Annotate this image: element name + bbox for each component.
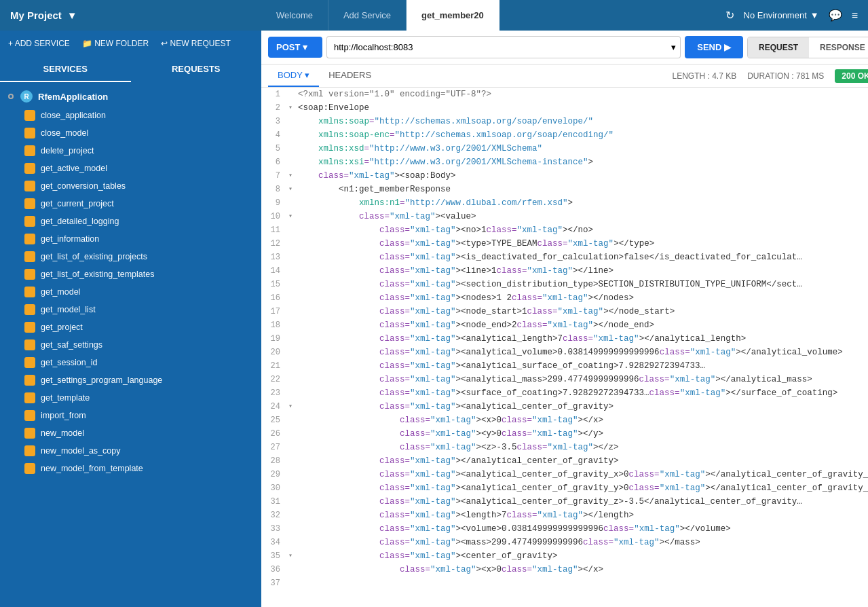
line-number: 2 (261, 101, 288, 115)
fold-button[interactable]: ▾ (288, 169, 298, 183)
sidebar-item[interactable]: get_settings_program_language (0, 371, 261, 389)
method-button[interactable]: POST ▾ (268, 37, 322, 58)
top-bar: My Project ▼ Welcome Add Service get_mem… (0, 0, 868, 31)
fold-button[interactable]: ▾ (288, 400, 298, 413)
line-number: 1 (261, 88, 288, 101)
line-number: 8 (261, 183, 288, 196)
code-content: class="xml-tag"><no>1class="xml-tag"></n… (298, 223, 593, 237)
sidebar-content: R RfemApplication close_applicationclose… (0, 82, 261, 607)
meta-info: LENGTH : 4.7 KB DURATION : 781 MS 200 OK (672, 69, 868, 83)
line-number: 12 (261, 237, 288, 251)
fold-button[interactable]: ▾ (288, 549, 298, 563)
sidebar-item[interactable]: get_list_of_existing_templates (0, 265, 261, 283)
line-number: 26 (261, 427, 288, 441)
code-content: class="xml-tag"><section_distribution_ty… (298, 278, 802, 291)
code-line: 3 xmlns:soap="http://schemas.xmlsoap.org… (261, 115, 868, 128)
env-selector[interactable]: No Environment ▼ (744, 10, 819, 20)
code-content: class="xml-tag"><analytical_center_of_gr… (298, 481, 868, 495)
sidebar-item[interactable]: new_model_as_copy (0, 442, 261, 460)
code-line: 14 class="xml-tag"><line>1class="xml-tag… (261, 264, 868, 278)
project-title: My Project (10, 10, 62, 21)
tab-body[interactable]: BODY ▾ (268, 65, 319, 87)
code-line: 23 class="xml-tag"><surface_of_coating>7… (261, 386, 868, 400)
root-dot-icon (8, 94, 14, 99)
sidebar-root-item[interactable]: R RfemApplication (0, 86, 261, 107)
content-tabs: BODY ▾ HEADERS LENGTH : 4.7 KB DURATION … (261, 65, 868, 88)
sidebar-item[interactable]: get_information (0, 230, 261, 248)
new-request-button[interactable]: ↩ NEW REQUEST (161, 39, 231, 48)
sidebar-item[interactable]: new_model_from_template (0, 460, 261, 477)
service-icon (24, 181, 35, 191)
tab-add-service[interactable]: Add Service (328, 0, 407, 31)
sidebar-item[interactable]: get_model (0, 283, 261, 301)
code-line: 32 class="xml-tag"><length>7class="xml-t… (261, 509, 868, 522)
code-line: 29 class="xml-tag"><analytical_center_of… (261, 468, 868, 481)
line-number: 7 (261, 169, 288, 183)
code-line: 16 class="xml-tag"><nodes>1 2class="xml-… (261, 291, 868, 305)
code-content: class="xml-tag"><z>-3.5class="xml-tag"><… (298, 441, 619, 454)
sidebar-item[interactable]: get_detailed_logging (0, 213, 261, 230)
fold-button[interactable]: ▾ (288, 183, 298, 196)
sidebar-item[interactable]: new_model (0, 424, 261, 442)
sidebar-item[interactable]: get_list_of_existing_projects (0, 248, 261, 265)
tab-get-member20[interactable]: get_member20 (407, 0, 499, 31)
sidebar-tab-requests[interactable]: REQUESTS (131, 56, 262, 82)
sidebar-item[interactable]: get_template (0, 389, 261, 407)
sidebar-item[interactable]: close_application (0, 107, 261, 124)
code-content: xmlns:soap="http://schemas.xmlsoap.org/s… (298, 115, 593, 128)
sidebar-item[interactable]: import_from (0, 407, 261, 424)
code-viewer[interactable]: 1<?xml version="1.0" encoding="UTF-8"?>2… (261, 88, 868, 607)
refresh-icon[interactable]: ↻ (725, 9, 734, 22)
line-number: 17 (261, 305, 288, 318)
sidebar-item[interactable]: get_model_list (0, 301, 261, 318)
line-number: 29 (261, 468, 288, 481)
sidebar-item[interactable]: get_saf_settings (0, 336, 261, 354)
url-input[interactable] (326, 36, 667, 58)
project-chevron[interactable]: ▼ (67, 10, 77, 21)
sidebar-item[interactable]: get_current_project (0, 195, 261, 213)
code-line: 22 class="xml-tag"><analytical_mass>299.… (261, 373, 868, 386)
line-number: 31 (261, 495, 288, 509)
code-content: xmlns:soap-enc="http://schemas.xmlsoap.o… (298, 128, 614, 142)
service-icon (24, 375, 35, 386)
add-service-button[interactable]: + ADD SERVICE (8, 39, 70, 48)
code-content: class="xml-tag"><surface_of_coating>7.92… (298, 386, 837, 400)
code-content: class="xml-tag"><nodes>1 2class="xml-tag… (298, 291, 634, 305)
code-content: class="xml-tag"><center_of_gravity> (298, 549, 558, 563)
send-button[interactable]: SEND ▶ (685, 36, 743, 58)
request-button[interactable]: REQUEST (748, 37, 809, 58)
line-number: 24 (261, 400, 288, 413)
code-line: 2▾<soap:Envelope (261, 101, 868, 115)
tab-headers[interactable]: HEADERS (319, 65, 381, 87)
fold-button[interactable]: ▾ (288, 210, 298, 223)
fold-button[interactable]: ▾ (288, 101, 298, 115)
menu-icon[interactable]: ≡ (852, 10, 858, 22)
sidebar-item[interactable]: close_model (0, 124, 261, 142)
tab-welcome[interactable]: Welcome (261, 0, 328, 31)
service-icon (24, 287, 35, 297)
new-folder-button[interactable]: 📁 NEW FOLDER (82, 39, 149, 48)
sidebar-item[interactable]: get_project (0, 318, 261, 336)
service-icon (24, 198, 35, 209)
line-number: 25 (261, 413, 288, 427)
code-line: 18 class="xml-tag"><node_end>2class="xml… (261, 318, 868, 332)
code-content: class="xml-tag"><analytical_volume>0.038… (298, 346, 843, 359)
code-content: <n1:get_memberResponse (298, 183, 451, 196)
sidebar-item[interactable]: delete_project (0, 142, 261, 160)
sidebar-tab-services[interactable]: SERVICES (0, 56, 131, 82)
sidebar-item[interactable]: get_session_id (0, 354, 261, 371)
request-response-toggle: REQUEST RESPONSE (747, 37, 868, 58)
code-line: 36 class="xml-tag"><x>0class="xml-tag"><… (261, 563, 868, 576)
code-line: 28 class="xml-tag"></analytical_center_o… (261, 454, 868, 468)
line-number: 20 (261, 346, 288, 359)
env-label: No Environment (744, 10, 807, 20)
code-content: class="xml-tag"><analytical_center_of_gr… (298, 468, 868, 481)
sidebar-item[interactable]: get_conversion_tables (0, 177, 261, 195)
sidebar: + ADD SERVICE 📁 NEW FOLDER ↩ NEW REQUEST… (0, 31, 261, 607)
code-line: 27 class="xml-tag"><z>-3.5class="xml-tag… (261, 441, 868, 454)
url-dropdown-button[interactable]: ▾ (667, 36, 681, 58)
line-number: 4 (261, 128, 288, 142)
response-button[interactable]: RESPONSE (809, 37, 868, 58)
chat-icon[interactable]: 💬 (829, 9, 842, 22)
sidebar-item[interactable]: get_active_model (0, 160, 261, 177)
